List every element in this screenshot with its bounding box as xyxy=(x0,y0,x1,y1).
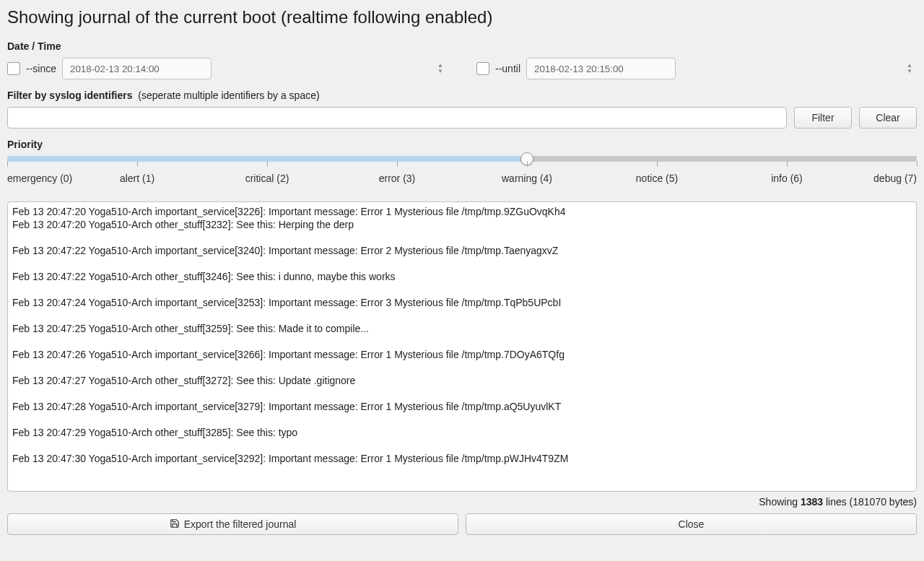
bottom-button-row: Export the filtered journal Close xyxy=(7,513,917,535)
log-line: Feb 13 20:47:24 Yoga510-Arch important_s… xyxy=(12,296,912,309)
filter-label-hint: (seperate multiple identifiers by a spac… xyxy=(138,90,319,101)
priority-tick xyxy=(7,161,8,167)
status-line: Showing 1383 lines (181070 bytes) xyxy=(7,496,917,508)
priority-level-label: notice (5) xyxy=(636,173,678,184)
priority-tick xyxy=(397,161,398,167)
log-line: Feb 13 20:47:22 Yoga510-Arch important_s… xyxy=(12,244,912,257)
log-pane[interactable]: Feb 13 20:47:20 Yoga510-Arch important_s… xyxy=(7,201,917,492)
since-checkbox[interactable] xyxy=(7,62,20,75)
spinner-icon: ▲▼ xyxy=(437,63,443,74)
filter-section-label: Filter by syslog identifiers (seperate m… xyxy=(7,90,917,101)
log-line: Feb 13 20:47:29 Yoga510-Arch other_stuff… xyxy=(12,426,912,439)
filter-label-main: Filter by syslog identifiers xyxy=(7,90,133,101)
priority-tick xyxy=(917,161,918,167)
filter-button[interactable]: Filter xyxy=(794,107,852,129)
log-line xyxy=(12,413,912,426)
filter-input[interactable] xyxy=(7,107,787,129)
log-line: Feb 13 20:47:30 Yoga510-Arch important_s… xyxy=(12,452,912,465)
priority-tick xyxy=(787,161,788,167)
log-line xyxy=(12,231,912,244)
log-line xyxy=(12,309,912,322)
until-checkbox[interactable] xyxy=(476,62,489,75)
log-line: Feb 13 20:47:25 Yoga510-Arch other_stuff… xyxy=(12,322,912,335)
until-input[interactable] xyxy=(526,58,676,79)
priority-level-label: warning (4) xyxy=(502,173,552,184)
priority-tick xyxy=(527,161,528,167)
log-line xyxy=(12,439,912,452)
priority-tick xyxy=(267,161,268,167)
log-line: Feb 13 20:47:20 Yoga510-Arch important_s… xyxy=(12,205,912,218)
log-line: Feb 13 20:47:27 Yoga510-Arch other_stuff… xyxy=(12,374,912,387)
filter-row: Filter Clear xyxy=(7,107,917,129)
priority-level-label: critical (2) xyxy=(245,173,289,184)
priority-level-label: alert (1) xyxy=(120,173,154,184)
priority-level-label: emergency (0) xyxy=(7,173,72,184)
log-line xyxy=(12,257,912,270)
since-input[interactable] xyxy=(62,58,212,79)
status-count: 1383 xyxy=(801,496,823,508)
until-label: --until xyxy=(495,63,520,74)
log-line xyxy=(12,283,912,296)
page-title: Showing journal of the current boot (rea… xyxy=(7,7,917,27)
datetime-section-label: Date / Time xyxy=(7,40,917,52)
log-line xyxy=(12,335,912,348)
status-prefix: Showing xyxy=(759,496,801,508)
priority-tick xyxy=(137,161,138,167)
close-button[interactable]: Close xyxy=(466,513,917,535)
priority-tick xyxy=(657,161,658,167)
priority-level-label: debug (7) xyxy=(873,173,917,184)
datetime-row: --since ▲▼ --until ▲▼ xyxy=(7,58,917,79)
priority-section: Priority emergency (0)alert (1)critical … xyxy=(7,139,917,188)
log-line: Feb 13 20:47:22 Yoga510-Arch other_stuff… xyxy=(12,270,912,283)
log-line: Feb 13 20:47:26 Yoga510-Arch important_s… xyxy=(12,348,912,361)
spinner-icon: ▲▼ xyxy=(907,63,912,74)
log-line xyxy=(12,387,912,400)
priority-level-label: error (3) xyxy=(379,173,416,184)
export-button-label: Export the filtered journal xyxy=(184,518,297,530)
priority-label: Priority xyxy=(7,139,917,150)
since-group: --since ▲▼ xyxy=(7,58,448,79)
export-button[interactable]: Export the filtered journal xyxy=(7,513,458,535)
log-line: Feb 13 20:47:28 Yoga510-Arch important_s… xyxy=(12,400,912,413)
since-label: --since xyxy=(26,63,56,74)
until-group: --until ▲▼ xyxy=(476,58,917,79)
save-icon xyxy=(170,518,180,531)
clear-button[interactable]: Clear xyxy=(859,107,917,129)
priority-slider-labels: emergency (0)alert (1)critical (2)error … xyxy=(7,173,917,188)
priority-level-label: info (6) xyxy=(771,173,803,184)
log-line xyxy=(12,361,912,374)
log-line: Feb 13 20:47:20 Yoga510-Arch other_stuff… xyxy=(12,218,912,231)
priority-slider-ticks xyxy=(7,161,917,168)
status-suffix: lines (181070 bytes) xyxy=(823,496,917,508)
